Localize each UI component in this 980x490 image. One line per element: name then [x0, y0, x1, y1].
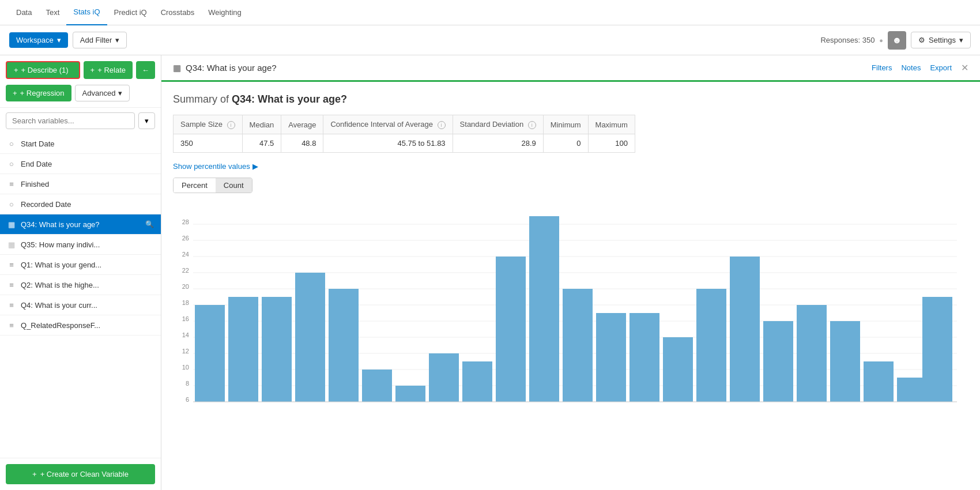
- workspace-label: Workspace: [16, 36, 54, 44]
- count-toggle-button[interactable]: Count: [216, 178, 252, 193]
- search-filter-button[interactable]: ▾: [138, 112, 155, 129]
- cell-median: 47.5: [242, 134, 281, 153]
- bar-4[interactable]: [295, 273, 325, 402]
- variable-name: Recorded Date: [21, 200, 154, 209]
- bar-8[interactable]: [429, 353, 459, 402]
- variable-item-q1[interactable]: ≡ Q1: What is your gend...: [0, 255, 161, 275]
- svg-text:10: 10: [182, 364, 189, 371]
- svg-text:20: 20: [182, 283, 189, 290]
- col-std-deviation: Standard Deviation i: [453, 115, 543, 134]
- export-link[interactable]: Export: [930, 63, 952, 72]
- svg-text:6: 6: [186, 396, 189, 403]
- nav-item-data[interactable]: Data: [9, 0, 39, 25]
- settings-button[interactable]: ⚙ Settings ▾: [911, 32, 971, 48]
- bar-6[interactable]: [362, 370, 392, 402]
- search-row: ▾: [0, 108, 161, 134]
- variable-item-recorded-date[interactable]: ○ Recorded Date: [0, 194, 161, 214]
- nav-item-crosstabs[interactable]: Crosstabs: [154, 0, 202, 25]
- variable-item-q4[interactable]: ≡ Q4: What is your curr...: [0, 295, 161, 315]
- bar-21[interactable]: [864, 361, 894, 402]
- bar-23[interactable]: [922, 297, 952, 402]
- col-minimum: Minimum: [543, 115, 588, 134]
- svg-text:28: 28: [182, 218, 189, 225]
- bar-7[interactable]: [395, 386, 425, 402]
- bar-10[interactable]: [496, 257, 526, 402]
- notes-link[interactable]: Notes: [901, 63, 921, 72]
- nav-item-weighting[interactable]: Weighting: [201, 0, 248, 25]
- bars: [195, 216, 952, 402]
- bar-15[interactable]: [663, 337, 693, 402]
- bar-3[interactable]: [262, 297, 292, 402]
- workspace-chevron-icon: ▾: [57, 36, 61, 44]
- plus-icon: +: [14, 66, 18, 74]
- confidence-info-icon[interactable]: i: [438, 121, 446, 129]
- bar-11[interactable]: [529, 216, 559, 402]
- variable-name: Q35: How many indivi...: [21, 240, 154, 249]
- add-filter-chevron-icon: ▾: [115, 36, 119, 44]
- svg-text:8: 8: [186, 380, 189, 387]
- bar-19[interactable]: [797, 305, 827, 402]
- summary-title: Summary of Q34: What is your age?: [173, 93, 968, 105]
- cell-std-deviation: 28.9: [453, 134, 543, 153]
- variable-item-q34[interactable]: ▦ Q34: What is your age? 🔍: [0, 214, 161, 235]
- close-button[interactable]: ✕: [961, 62, 968, 73]
- variable-name: Q4: What is your curr...: [21, 301, 154, 310]
- bar-18[interactable]: [763, 321, 793, 402]
- nav-item-predictiq[interactable]: Predict iQ: [107, 0, 154, 25]
- svg-text:16: 16: [182, 315, 189, 322]
- variable-item-end-date[interactable]: ○ End Date: [0, 154, 161, 174]
- summary-prefix: Summary of: [173, 93, 232, 105]
- bar-17[interactable]: [730, 257, 760, 402]
- create-label: + Create or Clean Variable: [40, 470, 129, 478]
- describe-button[interactable]: + + Describe (1): [6, 61, 80, 79]
- bar-20[interactable]: [830, 321, 860, 402]
- list-icon: ≡: [7, 280, 16, 289]
- col-median: Median: [242, 115, 281, 134]
- bar-1[interactable]: [195, 305, 225, 402]
- clock-icon: ○: [7, 139, 16, 148]
- toolbar-left: Workspace ▾ Add Filter ▾: [9, 32, 127, 48]
- bar-9[interactable]: [462, 361, 492, 402]
- variable-item-q-related[interactable]: ≡ Q_RelatedResponseF...: [0, 315, 161, 336]
- sidebar: + + Describe (1) + + Relate ← + + Regres…: [0, 55, 161, 490]
- bar-dim-icon: ▦: [7, 240, 16, 249]
- chart-area: 6 8 10 12 14 16 18 20 22 24 26 28: [161, 212, 980, 419]
- responses-count: Responses: 350: [820, 36, 875, 44]
- bar-5[interactable]: [329, 289, 359, 402]
- cell-minimum: 0: [543, 134, 588, 153]
- bar-2[interactable]: [228, 297, 258, 402]
- bar-16[interactable]: [696, 289, 726, 402]
- sample-size-info-icon[interactable]: i: [227, 121, 235, 129]
- percentile-link[interactable]: Show percentile values ▶: [173, 162, 968, 171]
- std-dev-info-icon[interactable]: i: [528, 121, 536, 129]
- variable-item-finished[interactable]: ≡ Finished: [0, 174, 161, 194]
- add-filter-button[interactable]: Add Filter ▾: [73, 32, 127, 48]
- search-input[interactable]: [6, 112, 135, 129]
- back-button[interactable]: ←: [136, 61, 155, 79]
- panel-bar-icon: ▦: [173, 63, 181, 73]
- sidebar-actions: + + Describe (1) + + Relate ← + + Regres…: [0, 55, 161, 108]
- advanced-chevron-icon: ▾: [118, 89, 122, 97]
- bar-12[interactable]: [563, 289, 593, 402]
- nav-item-statsiq[interactable]: Stats iQ: [66, 0, 107, 25]
- variable-item-q35[interactable]: ▦ Q35: How many indivi...: [0, 235, 161, 255]
- bar-13[interactable]: [596, 313, 626, 402]
- advanced-button[interactable]: Advanced ▾: [75, 85, 130, 101]
- percent-toggle-button[interactable]: Percent: [174, 178, 216, 193]
- panel-title: ▦ Q34: What is your age?: [173, 63, 277, 73]
- workspace-button[interactable]: Workspace ▾: [9, 32, 68, 48]
- variable-item-start-date[interactable]: ○ Start Date: [0, 134, 161, 154]
- chart-toggle: Percent Count: [173, 178, 252, 193]
- variable-item-q2[interactable]: ≡ Q2: What is the highe...: [0, 275, 161, 295]
- create-plus-icon: +: [32, 470, 37, 478]
- regression-button[interactable]: + + Regression: [6, 85, 71, 101]
- y-axis: 6 8 10 12 14 16 18 20 22 24 26 28: [182, 218, 189, 403]
- filter-icon: ▾: [145, 116, 149, 125]
- create-variable-button[interactable]: + + Create or Clean Variable: [6, 464, 155, 484]
- filters-link[interactable]: Filters: [872, 63, 892, 72]
- nav-item-text[interactable]: Text: [39, 0, 66, 25]
- relate-button[interactable]: + + Relate: [84, 61, 133, 79]
- add-filter-label: Add Filter: [80, 36, 112, 44]
- bar-14[interactable]: [630, 313, 659, 402]
- svg-text:14: 14: [182, 331, 189, 338]
